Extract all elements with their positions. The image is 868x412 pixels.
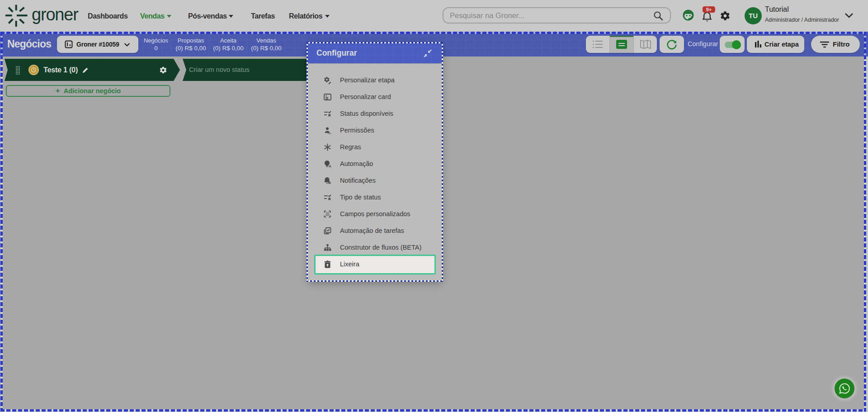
svg-text:A: A: [329, 164, 331, 168]
